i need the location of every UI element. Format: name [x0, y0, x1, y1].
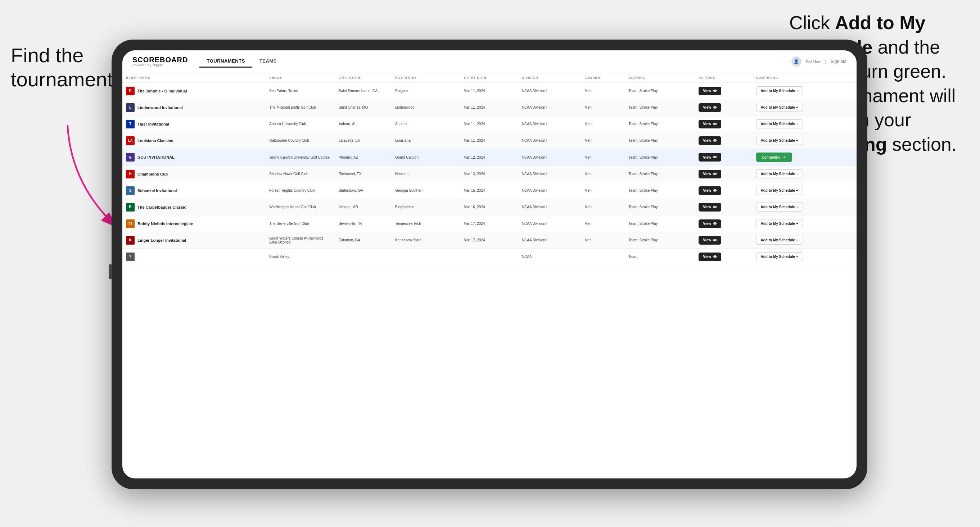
col-venue: VENUE: [266, 73, 335, 83]
view-button[interactable]: View 👁: [698, 87, 721, 95]
city-state-cell: [335, 249, 391, 265]
city-state-cell: Richmond, TX: [335, 166, 391, 183]
eye-icon: 👁: [713, 255, 717, 259]
scoring-cell: Team, Stroke Play: [625, 83, 695, 99]
annotation-left: Find thetournament.: [11, 43, 104, 91]
view-button[interactable]: View 👁: [698, 219, 721, 228]
event-name-cell: ?: [123, 249, 266, 265]
add-to-schedule-button[interactable]: Add to My Schedule +: [756, 219, 803, 228]
view-button[interactable]: View 👁: [698, 103, 721, 112]
add-to-schedule-button[interactable]: Add to My Schedule +: [756, 119, 803, 129]
gender-cell: Men: [581, 199, 625, 216]
view-button[interactable]: View 👁: [698, 137, 721, 145]
col-start-date: START DATE: [460, 73, 518, 83]
col-event-name: EVENT NAME: [123, 73, 266, 83]
division-cell: NCAA Division I: [518, 199, 581, 216]
col-division: DIVISION: [518, 73, 581, 83]
side-button[interactable]: [109, 264, 112, 279]
add-to-schedule-button[interactable]: Add to My Schedule +: [756, 136, 803, 145]
eye-icon: 👁: [713, 138, 717, 143]
start-date-cell: Mar 17, 2024: [460, 216, 518, 232]
division-cell: NCAA Division I: [518, 183, 581, 199]
col-city-state: CITY, STATE: [335, 73, 391, 83]
scoring-cell: Team, Stroke Play: [625, 116, 695, 132]
start-date-cell: [460, 249, 518, 265]
hosted-by-cell: Houston: [391, 166, 460, 183]
table-row: H Champions Cup Shadow Hawk Golf ClubRic…: [123, 166, 857, 183]
tab-teams[interactable]: TEAMS: [252, 56, 284, 68]
col-gender: GENDER: [581, 73, 625, 83]
view-button[interactable]: View 👁: [698, 252, 721, 261]
event-name-cell: H Champions Cup: [123, 166, 266, 183]
table-row: ? Brook ValleyNCAATeam,View 👁Add to My S…: [123, 249, 857, 265]
event-name-text: The Carpetbagger Classic: [137, 205, 186, 210]
eye-icon: 👁: [713, 105, 717, 110]
start-date-cell: Mar 11, 2024: [460, 132, 518, 149]
actions-cell: View 👁: [695, 199, 752, 216]
view-button[interactable]: View 👁: [698, 153, 721, 162]
view-button[interactable]: View 👁: [698, 203, 721, 211]
view-button[interactable]: View 👁: [698, 120, 721, 129]
city-state-cell: Phoenix, AZ: [335, 149, 391, 166]
view-button[interactable]: View 👁: [698, 170, 721, 178]
event-name-text: The Johnnie - O Individual: [137, 89, 187, 93]
venue-cell: Great Waters Course At Reynolds Lake Oco…: [266, 232, 335, 249]
hosted-by-cell: Binghamton: [391, 199, 460, 216]
add-to-schedule-button[interactable]: Add to My Schedule +: [756, 170, 803, 178]
hosted-by-cell: Auburn: [391, 116, 460, 132]
competing-cell: Add to My Schedule +: [752, 83, 857, 99]
competing-cell: Add to My Schedule +: [752, 166, 857, 183]
event-name-text: GCU INVITATIONAL: [137, 155, 175, 159]
start-date-cell: Mar 13, 2024: [460, 166, 518, 183]
gender-cell: [581, 249, 625, 265]
table-row: L Lindenwood Invitational The Missouri B…: [123, 99, 857, 116]
hosted-by-cell: Grand Canyon: [391, 149, 460, 166]
city-state-cell: Saint Simons Island, GA: [335, 83, 391, 99]
city-state-cell: Sevierville, TN: [335, 216, 391, 232]
event-name-cell: R The Johnnie - O Individual: [123, 83, 266, 99]
venue-cell: The Sevierville Golf Club: [266, 216, 335, 232]
team-logo: TT: [126, 219, 135, 228]
table-row: G GCU INVITATIONAL Grand Canyon Universi…: [123, 149, 857, 166]
add-to-schedule-button[interactable]: Add to My Schedule +: [756, 86, 803, 95]
event-name-cell: LA Louisiana Classics: [123, 132, 266, 149]
actions-cell: View 👁: [695, 99, 752, 116]
division-cell: NCAA Division I: [518, 83, 581, 99]
event-name-cell: G GCU INVITATIONAL: [123, 149, 266, 166]
scoring-cell: Team, Stroke Play: [625, 99, 695, 116]
add-to-schedule-button[interactable]: Add to My Schedule +: [756, 236, 803, 244]
eye-icon: 👁: [713, 238, 717, 243]
sign-out-link[interactable]: Sign out: [830, 59, 846, 64]
scoring-cell: Team, Stroke Play: [625, 199, 695, 216]
add-to-schedule-button[interactable]: Add to My Schedule +: [756, 203, 803, 211]
event-name-cell: T Tiger Invitational: [123, 116, 266, 132]
start-date-cell: Mar 11, 2024: [460, 83, 518, 99]
view-button[interactable]: View 👁: [698, 236, 721, 244]
competing-button[interactable]: Competing ✓: [756, 152, 792, 162]
division-cell: NCAA: [518, 249, 581, 265]
header-right: 👤 Test User | Sign out: [791, 57, 846, 67]
hosted-by-cell: Rutgers: [391, 83, 460, 99]
col-scoring: SCORING: [625, 73, 695, 83]
gender-cell: Men: [581, 132, 625, 149]
add-to-schedule-button[interactable]: Add to My Schedule +: [756, 252, 803, 261]
city-state-cell: Auburn, AL: [335, 116, 391, 132]
view-button[interactable]: View 👁: [698, 186, 721, 195]
tab-tournaments[interactable]: TOURNAMENTS: [199, 56, 252, 68]
competing-cell: Add to My Schedule +: [752, 116, 857, 132]
competing-cell: Add to My Schedule +: [752, 132, 857, 149]
app-logo: SCOREBOARD: [132, 56, 188, 63]
competing-cell: Add to My Schedule +: [752, 183, 857, 199]
venue-cell: Brook Valley: [266, 249, 335, 265]
actions-cell: View 👁: [695, 183, 752, 199]
scoring-cell: Team, Stroke Play: [625, 216, 695, 232]
division-cell: NCAA Division I: [518, 99, 581, 116]
add-to-schedule-button[interactable]: Add to My Schedule +: [756, 103, 803, 112]
venue-cell: Oakbourne Country Club: [266, 132, 335, 149]
user-avatar: 👤: [791, 57, 802, 67]
venue-cell: The Missouri Bluffs Golf Club: [266, 99, 335, 116]
table-row: B The Carpetbagger Classic Worthington M…: [123, 199, 857, 216]
table-row: S Schenkel Invitational Forest Heights C…: [123, 183, 857, 199]
add-to-schedule-button[interactable]: Add to My Schedule +: [756, 186, 803, 195]
table-row: LA Louisiana Classics Oakbourne Country …: [123, 132, 857, 149]
